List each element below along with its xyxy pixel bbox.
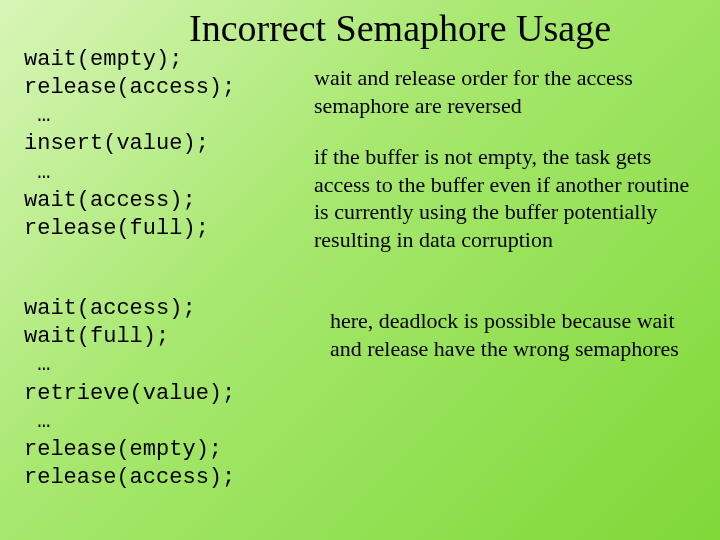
code-block-1: wait(empty); release(access); … insert(v… [24, 46, 304, 243]
explanation-column: wait and release order for the access se… [304, 46, 700, 492]
content-area: wait(empty); release(access); … insert(v… [0, 46, 720, 492]
code-block-2: wait(access); wait(full); … retrieve(val… [24, 295, 304, 492]
page-title: Incorrect Semaphore Usage [0, 0, 720, 50]
explanation-2: if the buffer is not empty, the task get… [314, 143, 700, 253]
explanation-3: here, deadlock is possible because wait … [314, 307, 700, 362]
code-column: wait(empty); release(access); … insert(v… [24, 46, 304, 492]
explanation-1: wait and release order for the access se… [314, 64, 700, 119]
